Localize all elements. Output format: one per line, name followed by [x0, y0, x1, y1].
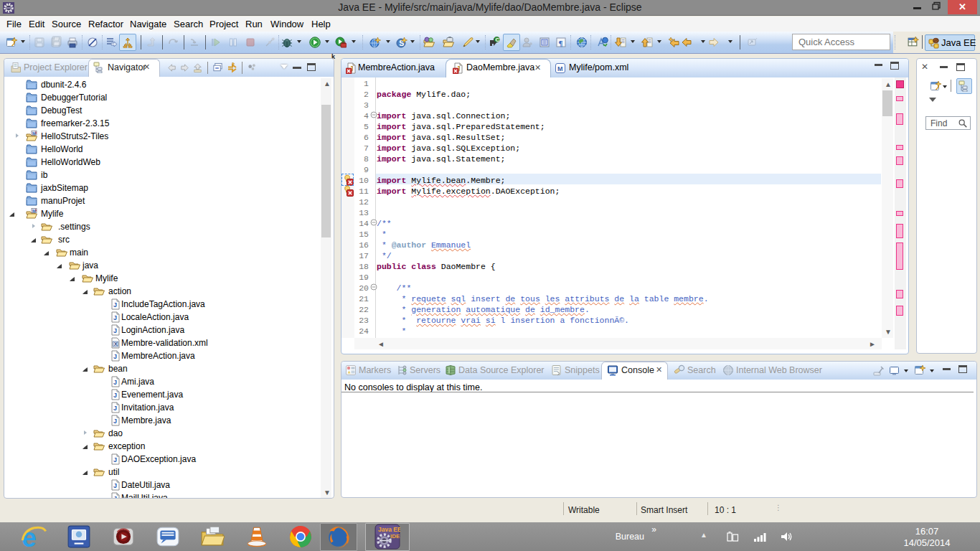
svg-text:M: M: [557, 65, 563, 72]
svg-text:Java EE: Java EE: [378, 526, 400, 533]
svg-text:IDE: IDE: [390, 533, 400, 540]
